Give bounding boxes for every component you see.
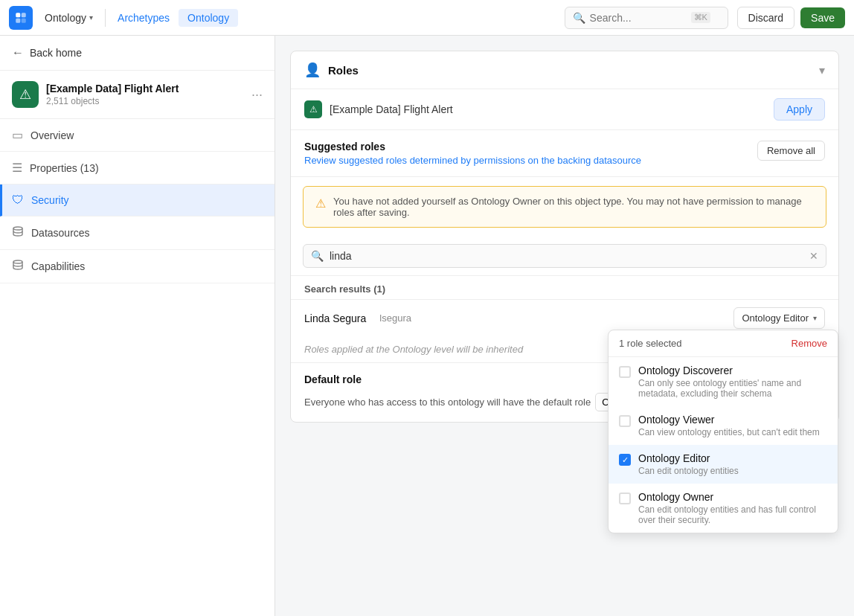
suggested-roles-link[interactable]: Review suggested roles determined by per… xyxy=(304,155,750,166)
object-header: ⚠ [Example Data] Flight Alert 2,511 obje… xyxy=(0,71,274,119)
discoverer-desc: Can only see ontology entities' name and… xyxy=(638,378,827,399)
owner-text: Ontology Owner Can edit ontology entitie… xyxy=(638,491,827,525)
popup-header: 1 role selected Remove xyxy=(609,330,838,357)
app-logo[interactable] xyxy=(9,6,33,30)
remove-all-button[interactable]: Remove all xyxy=(757,141,825,161)
dropdown-arrow-icon: ▾ xyxy=(813,314,817,322)
suggested-roles-title: Suggested roles xyxy=(304,141,750,153)
search-area: 🔍 ✕ xyxy=(291,237,838,276)
object-count: 2,511 objects xyxy=(46,96,244,106)
sidebar-item-properties[interactable]: ☰ Properties (13) xyxy=(0,152,274,185)
suggested-roles-info: Suggested roles Review suggested roles d… xyxy=(304,141,750,166)
global-search[interactable]: 🔍 ⌘K xyxy=(565,7,728,29)
svg-rect-3 xyxy=(22,18,26,22)
suggested-roles-row: Suggested roles Review suggested roles d… xyxy=(291,130,838,177)
roles-title: Roles xyxy=(328,64,819,77)
editor-text: Ontology Editor Can edit ontology entiti… xyxy=(638,452,827,476)
svg-point-5 xyxy=(13,260,22,263)
nav-divider xyxy=(105,9,106,27)
sidebar-item-datasources[interactable]: Datasources xyxy=(0,216,274,250)
roles-collapse-icon[interactable]: ▾ xyxy=(819,63,825,77)
discoverer-text: Ontology Discoverer Can only see ontolog… xyxy=(638,365,827,399)
ontology-nav-button[interactable]: Ontology ▾ xyxy=(39,9,99,27)
sidebar: ← Back home ⚠ [Example Data] Flight Aler… xyxy=(0,36,275,616)
ontology-nav-label: Ontology xyxy=(45,12,86,24)
role-option-discoverer[interactable]: Ontology Discoverer Can only see ontolog… xyxy=(609,357,838,406)
archetypes-nav-button[interactable]: Archetypes xyxy=(112,9,176,27)
sidebar-item-label: Capabilities xyxy=(31,260,85,272)
warning-banner: ⚠ You have not added yourself as Ontolog… xyxy=(303,186,826,228)
viewer-desc: Can view ontology entities, but can't ed… xyxy=(638,427,827,437)
object-menu-button[interactable]: ··· xyxy=(251,87,263,103)
svg-rect-0 xyxy=(16,13,20,17)
editor-checkbox[interactable]: ✓ xyxy=(619,454,631,466)
role-dropdown-button[interactable]: Ontology Editor ▾ xyxy=(733,307,825,329)
search-results-header: Search results (1) xyxy=(291,276,838,299)
roles-card: 👤 Roles ▾ ⚠ [Example Data] Flight Alert … xyxy=(290,51,839,423)
search-input[interactable] xyxy=(590,12,687,24)
chevron-down-icon: ▾ xyxy=(89,13,93,22)
editor-name: Ontology Editor xyxy=(638,452,827,464)
sidebar-item-label: Properties (13) xyxy=(30,162,99,174)
object-type-icon: ⚠ xyxy=(12,81,39,108)
search-box: 🔍 ✕ xyxy=(303,244,826,268)
svg-rect-2 xyxy=(16,18,20,22)
warning-text: You have not added yourself as Ontology … xyxy=(333,196,814,218)
viewer-name: Ontology Viewer xyxy=(638,414,827,426)
back-arrow-icon: ← xyxy=(12,46,24,60)
owner-desc: Can edit ontology entities and has full … xyxy=(638,504,827,525)
back-home-label: Back home xyxy=(30,47,82,59)
apply-button[interactable]: Apply xyxy=(774,98,825,121)
role-option-owner[interactable]: Ontology Owner Can edit ontology entitie… xyxy=(609,484,838,533)
viewer-checkbox[interactable] xyxy=(619,415,631,427)
svg-rect-1 xyxy=(22,13,26,17)
clear-search-icon[interactable]: ✕ xyxy=(809,250,818,262)
capabilities-icon xyxy=(12,259,24,274)
result-name: Linda Segura xyxy=(304,312,366,324)
warning-icon: ⚠ xyxy=(315,196,326,211)
shield-icon: 🛡 xyxy=(12,193,24,207)
sidebar-item-capabilities[interactable]: Capabilities xyxy=(0,250,274,283)
search-shortcut: ⌘K xyxy=(691,12,710,23)
roles-card-header: 👤 Roles ▾ xyxy=(291,51,838,89)
sidebar-item-security[interactable]: 🛡 Security xyxy=(0,185,274,216)
roles-header-icon: 👤 xyxy=(304,62,321,78)
top-nav: Ontology ▾ Archetypes Ontology 🔍 ⌘K Disc… xyxy=(0,0,854,36)
properties-icon: ☰ xyxy=(12,161,22,175)
result-username: lsegura xyxy=(379,312,411,324)
ontology-active-tab[interactable]: Ontology xyxy=(179,9,238,27)
sidebar-item-label: Security xyxy=(31,194,69,206)
role-option-editor[interactable]: ✓ Ontology Editor Can edit ontology enti… xyxy=(609,445,838,484)
svg-point-4 xyxy=(13,227,22,230)
object-info: [Example Data] Flight Alert 2,511 object… xyxy=(46,83,244,106)
back-home-button[interactable]: ← Back home xyxy=(0,36,274,71)
popup-selected-count: 1 role selected xyxy=(619,338,682,349)
popup-remove-link[interactable]: Remove xyxy=(792,338,827,349)
role-option-viewer[interactable]: Ontology Viewer Can view ontology entiti… xyxy=(609,406,838,445)
owner-checkbox[interactable] xyxy=(619,493,631,504)
save-button[interactable]: Save xyxy=(800,7,845,28)
owner-name: Ontology Owner xyxy=(638,491,827,503)
discard-button[interactable]: Discard xyxy=(737,7,794,29)
overview-icon: ▭ xyxy=(12,128,23,142)
search-magnifier-icon: 🔍 xyxy=(311,250,324,262)
datasources-icon xyxy=(12,225,24,240)
sidebar-item-label: Datasources xyxy=(31,227,90,239)
flight-alert-icon: ⚠ xyxy=(304,100,322,118)
role-dropdown-popup: 1 role selected Remove Ontology Discover… xyxy=(608,330,838,533)
role-selected-label: Ontology Editor xyxy=(742,312,809,324)
object-name: [Example Data] Flight Alert xyxy=(46,83,244,94)
main-layout: ← Back home ⚠ [Example Data] Flight Aler… xyxy=(0,36,854,616)
discoverer-name: Ontology Discoverer xyxy=(638,365,827,376)
search-icon: 🔍 xyxy=(573,12,585,24)
sidebar-item-overview[interactable]: ▭ Overview xyxy=(0,119,274,152)
nav-actions: Discard Save xyxy=(737,7,845,29)
role-search-input[interactable] xyxy=(330,250,803,262)
flight-alert-row: ⚠ [Example Data] Flight Alert Apply xyxy=(291,89,838,130)
content-area: 👤 Roles ▾ ⚠ [Example Data] Flight Alert … xyxy=(275,36,854,616)
flight-alert-name: [Example Data] Flight Alert xyxy=(330,103,766,115)
default-role-text-before: Everyone who has access to this ontology… xyxy=(304,397,591,408)
viewer-text: Ontology Viewer Can view ontology entiti… xyxy=(638,414,827,437)
sidebar-item-label: Overview xyxy=(30,129,74,141)
discoverer-checkbox[interactable] xyxy=(619,366,631,378)
